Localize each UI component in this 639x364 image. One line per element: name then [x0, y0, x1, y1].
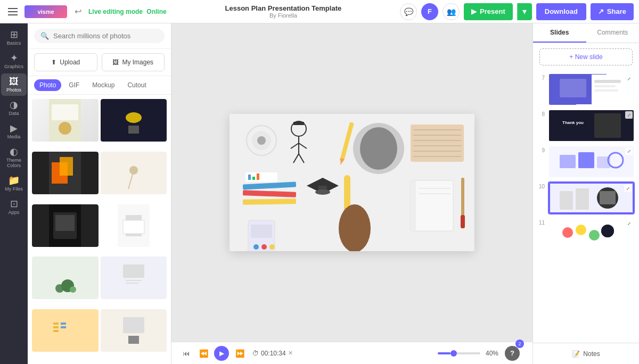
- svg-point-21: [70, 286, 76, 293]
- avatar[interactable]: F: [421, 3, 438, 20]
- svg-rect-61: [248, 175, 251, 180]
- zoom-fill: [438, 352, 450, 354]
- canvas-area: ⏮ ⏪ ▶ ⏩ ⏱ 00:10:34 ✕ 40% ? 2: [171, 23, 532, 364]
- sidebar-item-photos[interactable]: 🖼 Photos: [1, 73, 27, 96]
- list-item[interactable]: [32, 257, 99, 307]
- slide-thumbnail-10[interactable]: ⤢: [548, 181, 635, 214]
- slide-thumbnail-7[interactable]: ⤢: [548, 73, 635, 106]
- undo-button[interactable]: ↩: [71, 5, 84, 18]
- svg-rect-105: [601, 225, 614, 237]
- photo-grid: [28, 95, 171, 364]
- menu-icon[interactable]: [5, 4, 20, 19]
- search-icon: 🔍: [40, 32, 49, 40]
- slide-row-9: 9 ⤢: [537, 145, 635, 178]
- tab-photo[interactable]: Photo: [34, 79, 61, 91]
- document-title: Lesson Plan Presentation Template By Fio…: [171, 4, 396, 19]
- svg-rect-30: [61, 322, 66, 325]
- basics-icon: ⊞: [10, 30, 18, 39]
- svg-rect-99: [600, 191, 616, 204]
- list-item[interactable]: [101, 204, 167, 255]
- list-item[interactable]: [101, 99, 167, 150]
- svg-rect-40: [293, 122, 304, 125]
- svg-rect-33: [123, 317, 144, 333]
- slide-row-7: 7 ⤢: [537, 73, 635, 106]
- sidebar-item-data[interactable]: ◑ Data: [1, 97, 27, 119]
- play-button[interactable]: ▶: [214, 346, 229, 361]
- previous-button[interactable]: ⏪: [197, 347, 210, 360]
- zoom-percent: 40%: [486, 350, 498, 357]
- present-dropdown[interactable]: ▾: [517, 3, 532, 20]
- media-tabs: Photo GIF Mockup Cutout: [28, 76, 171, 95]
- help-button[interactable]: ?: [505, 346, 520, 361]
- svg-rect-71: [411, 180, 416, 231]
- expand-icon: ⤢: [624, 185, 632, 192]
- expand-icon: ⤢: [625, 147, 633, 155]
- logo: visme: [24, 5, 67, 18]
- svg-rect-34: [128, 336, 139, 344]
- present-button[interactable]: ▶ Present: [464, 3, 513, 20]
- slide-row-11: 11 ⤢: [537, 218, 635, 251]
- list-item[interactable]: [32, 152, 99, 202]
- svg-rect-77: [251, 225, 272, 238]
- svg-rect-27: [53, 322, 59, 325]
- svg-rect-83: [594, 80, 621, 83]
- list-item[interactable]: [32, 99, 99, 150]
- graphics-icon: ✦: [10, 53, 18, 63]
- search-input-wrap[interactable]: 🔍: [34, 29, 165, 43]
- notes-area[interactable]: 📝 Notes: [533, 343, 639, 364]
- svg-text:Thank you: Thank you: [562, 120, 584, 125]
- zoom-slider[interactable]: [438, 352, 480, 354]
- next-button[interactable]: ⏩: [233, 347, 246, 360]
- tab-slides[interactable]: Slides: [533, 23, 586, 43]
- collaborators-icon[interactable]: 👥: [443, 3, 460, 20]
- tab-mockup[interactable]: Mockup: [87, 79, 120, 91]
- new-slide-button[interactable]: + New slide: [539, 48, 633, 65]
- slide-thumbnail-11[interactable]: ⤢: [548, 218, 635, 251]
- go-to-start-button[interactable]: ⏮: [180, 347, 193, 360]
- tab-cutout[interactable]: Cutout: [122, 79, 151, 91]
- sidebar-item-media[interactable]: ▶ Media: [1, 120, 27, 143]
- slide-thumbnail-9[interactable]: ⤢: [548, 145, 635, 178]
- zoom-area: 40%: [438, 350, 498, 357]
- svg-point-69: [339, 204, 371, 251]
- zoom-thumb[interactable]: [450, 350, 457, 357]
- list-item[interactable]: [101, 152, 167, 202]
- canvas-slide[interactable]: [230, 114, 474, 251]
- sidebar-item-apps[interactable]: ⊡ Apps: [1, 196, 27, 218]
- data-icon: ◑: [10, 100, 18, 110]
- sidebar-icons: ⊞ Basics ✦ Graphics 🖼 Photos ◑ Data ▶ Me…: [0, 23, 28, 364]
- list-item[interactable]: [101, 309, 167, 360]
- apps-icon: ⊡: [10, 199, 18, 209]
- svg-rect-18: [49, 257, 81, 299]
- slide-thumbnail-8[interactable]: ⤢ Thank you: [548, 109, 635, 142]
- upload-button[interactable]: ⬆ Upload: [34, 53, 97, 71]
- theme-colors-icon: ◐: [10, 147, 18, 156]
- download-button[interactable]: Download: [536, 3, 586, 20]
- list-item[interactable]: [101, 257, 167, 307]
- sidebar-item-my-files[interactable]: 📁 My Files: [1, 172, 27, 195]
- sidebar-item-graphics[interactable]: ✦ Graphics: [1, 50, 27, 72]
- tab-comments[interactable]: Comments: [586, 23, 640, 43]
- tab-gif[interactable]: GIF: [63, 79, 85, 91]
- svg-rect-59: [243, 198, 296, 205]
- svg-rect-14: [55, 215, 75, 231]
- list-item[interactable]: [32, 204, 99, 255]
- canvas-wrapper[interactable]: [171, 23, 532, 342]
- clear-time-button[interactable]: ✕: [288, 350, 293, 357]
- search-input[interactable]: [53, 32, 158, 40]
- svg-point-103: [589, 230, 600, 241]
- comments-icon[interactable]: 💬: [400, 3, 417, 20]
- sidebar-item-theme-colors[interactable]: ◐ Theme Colors: [1, 144, 27, 171]
- svg-point-101: [562, 227, 573, 238]
- my-images-button[interactable]: 🖼 My Images: [102, 53, 165, 71]
- right-panel: Slides Comments + New slide 7 ⤢ 8: [532, 23, 639, 364]
- list-item[interactable]: [32, 309, 99, 360]
- share-button[interactable]: ↗ Share: [591, 3, 634, 20]
- svg-point-2: [59, 122, 71, 135]
- sidebar-item-basics[interactable]: ⊞ Basics: [1, 27, 27, 49]
- svg-point-49: [360, 127, 397, 170]
- svg-rect-96: [560, 191, 573, 210]
- svg-rect-5: [128, 126, 139, 134]
- left-panel: 🔍 ⬆ Upload 🖼 My Images Photo GIF Mockup …: [28, 23, 171, 364]
- upload-row: ⬆ Upload 🖼 My Images: [28, 49, 171, 76]
